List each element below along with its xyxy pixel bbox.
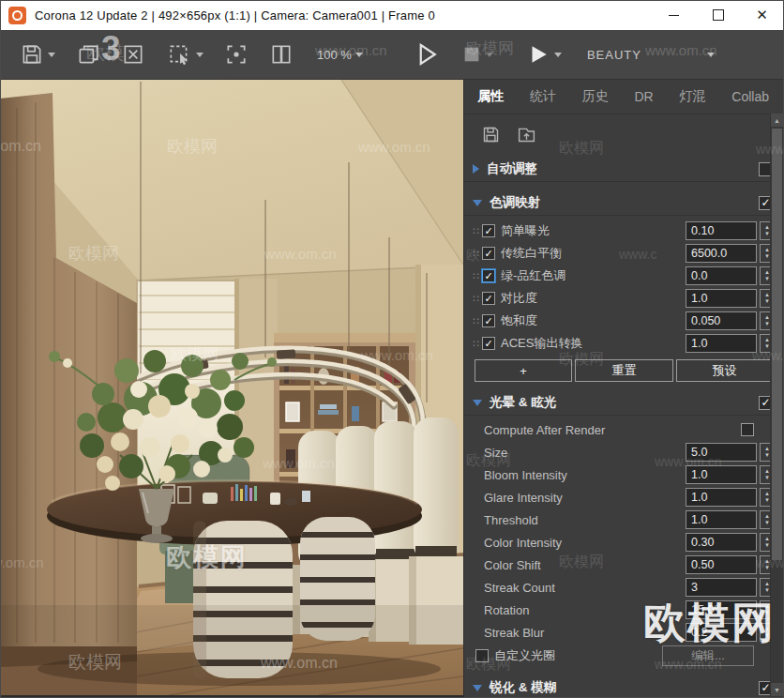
tab-dr[interactable]: DR xyxy=(634,89,653,104)
scroll-down-button[interactable]: ▼ xyxy=(771,683,783,696)
expand-icon[interactable] xyxy=(473,164,479,174)
render-pass-selector[interactable]: BEAUTY xyxy=(587,48,641,62)
panel-scrollbar[interactable]: ▲ ▼ xyxy=(770,114,783,698)
reset-button[interactable]: 重置 xyxy=(575,359,672,382)
tone-mapping-buttons: + 重置 预设 xyxy=(464,355,784,387)
drag-handle[interactable]: ∷ xyxy=(473,225,482,237)
duplicate-to-history-button[interactable] xyxy=(76,42,100,67)
custom-aperture-checkbox[interactable] xyxy=(475,649,489,662)
close-button[interactable]: ✕ xyxy=(740,0,784,30)
save-settings-icon[interactable] xyxy=(481,125,501,144)
size-input[interactable]: 5.0 xyxy=(686,443,757,462)
scroll-up-button[interactable]: ▲ xyxy=(771,114,783,127)
split-view-icon xyxy=(269,42,294,67)
threshold-input[interactable]: 1.0 xyxy=(686,510,757,529)
render-dropdown-caret[interactable] xyxy=(554,53,562,57)
color-intensity-input[interactable]: 0.30 xyxy=(686,533,757,552)
pass-dropdown-caret[interactable] xyxy=(707,53,715,57)
simple-exposure-input[interactable]: 0.10 xyxy=(686,221,757,240)
maximize-button[interactable] xyxy=(696,0,740,30)
minimize-icon xyxy=(669,15,679,16)
saturation-checkbox[interactable] xyxy=(482,314,495,327)
tone-row-saturation: ∷ 饱和度 0.050 ▲▼ xyxy=(464,310,784,332)
minimize-button[interactable] xyxy=(652,0,696,30)
row-label: 简单曝光 xyxy=(501,222,550,239)
tab-history[interactable]: 历史 xyxy=(582,88,609,105)
drag-handle[interactable]: ∷ xyxy=(473,315,482,327)
drag-handle[interactable]: ∷ xyxy=(473,338,482,350)
collapse-icon[interactable] xyxy=(473,400,482,406)
clear-x-icon xyxy=(121,42,145,67)
tab-lightmix[interactable]: 灯混 xyxy=(679,88,705,105)
window-title: Corona 12 Update 2 | 492×656px (1:1) | C… xyxy=(35,8,435,23)
row-rotation: Rotation 15.0° ▲▼ xyxy=(464,599,784,621)
section-auto-adjust-label: 自动调整 xyxy=(487,160,537,177)
tint-input[interactable]: 0.0 xyxy=(686,266,757,285)
section-auto-adjust[interactable]: 自动调整 xyxy=(464,157,784,182)
play-solid-icon xyxy=(526,42,550,67)
render-focus-button[interactable] xyxy=(224,42,249,67)
glare-intensity-input[interactable]: 1.0 xyxy=(686,488,757,507)
tab-stats[interactable]: 统计 xyxy=(530,88,556,105)
region-render-button[interactable] xyxy=(166,42,204,67)
title-bar: Corona 12 Update 2 | 492×656px (1:1) | C… xyxy=(0,0,784,30)
collapse-icon[interactable] xyxy=(473,685,482,691)
section-bloom-glare[interactable]: 光晕 & 眩光 xyxy=(464,390,784,416)
tab-collab[interactable]: Collab xyxy=(731,89,769,104)
clear-button[interactable] xyxy=(121,42,145,67)
row-label: 传统白平衡 xyxy=(501,245,562,262)
color-shift-input[interactable]: 0.50 xyxy=(686,555,757,574)
start-interactive-button[interactable] xyxy=(413,40,441,68)
row-custom-aperture: 自定义光圈 编辑... xyxy=(464,644,784,668)
add-operator-button[interactable]: + xyxy=(475,359,572,382)
row-streak-blur: Streak Blur 0.2 ▲▼ xyxy=(464,621,784,644)
section-sharpen-blur[interactable]: 锐化 & 模糊 xyxy=(464,675,784,698)
white-balance-input[interactable]: 6500.0 xyxy=(686,244,757,263)
region-dropdown-caret[interactable] xyxy=(196,53,204,57)
rotation-input[interactable]: 15.0° xyxy=(686,600,757,619)
region-select-icon xyxy=(166,42,192,67)
tone-row-white-balance: ∷ 传统白平衡 6500.0 ▲▼ xyxy=(464,242,784,265)
tab-properties[interactable]: 属性 xyxy=(477,88,504,105)
row-label: ACES输出转换 xyxy=(501,335,582,352)
tone-row-contrast: ∷ 对比度 1.0 ▲▼ xyxy=(464,287,784,310)
render-viewport xyxy=(0,80,463,695)
scrollbar-thumb[interactable] xyxy=(772,129,782,560)
edit-aperture-button[interactable]: 编辑... xyxy=(662,645,754,666)
aces-input[interactable]: 1.0 xyxy=(686,334,757,353)
ab-compare-button[interactable] xyxy=(269,42,294,67)
section-sharpen-blur-label: 锐化 & 模糊 xyxy=(490,679,556,696)
streak-count-input[interactable]: 3 xyxy=(686,578,757,597)
saturation-input[interactable]: 0.050 xyxy=(686,311,757,330)
contrast-input[interactable]: 1.0 xyxy=(686,289,757,308)
start-render-button[interactable] xyxy=(526,42,562,67)
aces-checkbox[interactable] xyxy=(482,337,495,350)
tint-checkbox[interactable] xyxy=(482,269,495,282)
drag-handle[interactable]: ∷ xyxy=(473,248,482,260)
drag-handle[interactable]: ∷ xyxy=(473,270,482,282)
render-controls: BEAUTY xyxy=(402,40,715,68)
zoom-level-dropdown[interactable]: 100 % xyxy=(317,48,363,62)
presets-button[interactable]: 预设 xyxy=(676,359,774,382)
row-label: Color Intensity xyxy=(484,536,562,550)
load-settings-icon[interactable] xyxy=(517,125,536,144)
section-bloom-glare-label: 光晕 & 眩光 xyxy=(490,394,556,411)
save-image-button[interactable] xyxy=(20,42,55,67)
collapse-icon[interactable] xyxy=(473,200,482,206)
streak-blur-input[interactable]: 0.2 xyxy=(686,623,757,642)
bloom-intensity-input[interactable]: 1.0 xyxy=(686,465,757,484)
save-dropdown-caret[interactable] xyxy=(48,53,55,57)
section-tone-mapping[interactable]: 色调映射 xyxy=(464,190,784,216)
contrast-checkbox[interactable] xyxy=(482,292,495,305)
tone-row-aces-ot: ∷ ACES输出转换 1.0 ▲▼ xyxy=(464,332,784,355)
compute-after-render-checkbox[interactable] xyxy=(741,423,754,436)
row-label: Compute After Render xyxy=(484,423,605,437)
simple-exposure-checkbox[interactable] xyxy=(482,224,495,237)
window-controls: ✕ xyxy=(652,0,784,30)
drag-handle[interactable]: ∷ xyxy=(473,293,482,305)
corona-logo-icon xyxy=(8,7,26,24)
white-balance-checkbox[interactable] xyxy=(482,247,495,260)
stop-render-button[interactable] xyxy=(461,44,493,65)
stop-dropdown-caret[interactable] xyxy=(486,53,493,57)
panel-icon-row xyxy=(464,114,784,154)
